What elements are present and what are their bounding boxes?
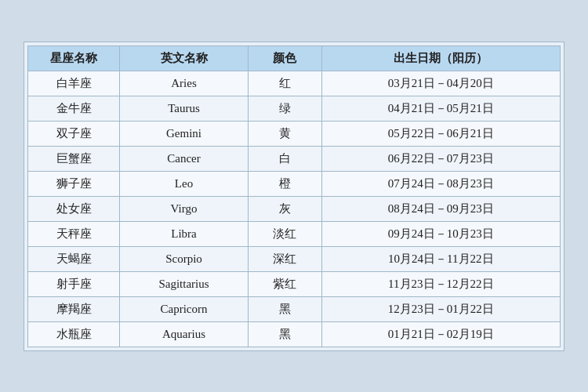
header-date: 出生日期（阳历）: [321, 45, 560, 71]
table-row: 射手座Sagittarius紫红11月23日－12月22日: [28, 271, 561, 296]
table-row: 狮子座Leo橙07月24日－08月23日: [28, 171, 561, 196]
zodiac-table-container: 星座名称 英文名称 颜色 出生日期（阳历） 白羊座Aries红03月21日－04…: [24, 42, 564, 351]
cell-color: 黄: [248, 121, 321, 146]
cell-color: 红: [248, 71, 321, 96]
cell-date: 01月21日－02月19日: [321, 321, 560, 347]
cell-chinese: 天秤座: [28, 221, 120, 246]
cell-chinese: 水瓶座: [28, 321, 120, 347]
table-row: 金牛座Taurus绿04月21日－05月21日: [28, 96, 561, 121]
cell-chinese: 摩羯座: [28, 296, 120, 321]
header-english: 英文名称: [120, 45, 249, 71]
header-color: 颜色: [248, 45, 321, 71]
cell-english: Aquarius: [120, 321, 249, 347]
cell-english: Capricorn: [120, 296, 249, 321]
table-row: 巨蟹座Cancer白06月22日－07月23日: [28, 146, 561, 171]
cell-english: Scorpio: [120, 246, 249, 271]
cell-date: 04月21日－05月21日: [321, 96, 560, 121]
cell-english: Leo: [120, 171, 249, 196]
cell-date: 09月24日－10月23日: [321, 221, 560, 246]
cell-color: 橙: [248, 171, 321, 196]
zodiac-table: 星座名称 英文名称 颜色 出生日期（阳历） 白羊座Aries红03月21日－04…: [27, 45, 561, 347]
header-chinese: 星座名称: [28, 45, 120, 71]
cell-english: Virgo: [120, 196, 249, 221]
table-row: 双子座Gemini黄05月22日－06月21日: [28, 121, 561, 146]
cell-chinese: 巨蟹座: [28, 146, 120, 171]
cell-date: 11月23日－12月22日: [321, 271, 560, 296]
cell-chinese: 狮子座: [28, 171, 120, 196]
cell-date: 08月24日－09月23日: [321, 196, 560, 221]
cell-english: Aries: [120, 71, 249, 96]
cell-color: 黑: [248, 296, 321, 321]
cell-date: 05月22日－06月21日: [321, 121, 560, 146]
table-row: 天蝎座Scorpio深红10月24日－11月22日: [28, 246, 561, 271]
table-row: 处女座Virgo灰08月24日－09月23日: [28, 196, 561, 221]
cell-color: 灰: [248, 196, 321, 221]
cell-color: 紫红: [248, 271, 321, 296]
cell-date: 03月21日－04月20日: [321, 71, 560, 96]
cell-color: 绿: [248, 96, 321, 121]
cell-chinese: 天蝎座: [28, 246, 120, 271]
table-row: 水瓶座Aquarius黑01月21日－02月19日: [28, 321, 561, 347]
cell-chinese: 金牛座: [28, 96, 120, 121]
cell-chinese: 处女座: [28, 196, 120, 221]
cell-color: 黑: [248, 321, 321, 347]
table-header-row: 星座名称 英文名称 颜色 出生日期（阳历）: [28, 45, 561, 71]
cell-chinese: 白羊座: [28, 71, 120, 96]
cell-color: 深红: [248, 246, 321, 271]
cell-english: Cancer: [120, 146, 249, 171]
table-row: 白羊座Aries红03月21日－04月20日: [28, 71, 561, 96]
cell-color: 白: [248, 146, 321, 171]
cell-date: 10月24日－11月22日: [321, 246, 560, 271]
cell-chinese: 双子座: [28, 121, 120, 146]
cell-english: Taurus: [120, 96, 249, 121]
cell-date: 12月23日－01月22日: [321, 296, 560, 321]
cell-english: Gemini: [120, 121, 249, 146]
cell-english: Libra: [120, 221, 249, 246]
cell-date: 06月22日－07月23日: [321, 146, 560, 171]
cell-date: 07月24日－08月23日: [321, 171, 560, 196]
cell-chinese: 射手座: [28, 271, 120, 296]
cell-english: Sagittarius: [120, 271, 249, 296]
table-row: 摩羯座Capricorn黑12月23日－01月22日: [28, 296, 561, 321]
table-row: 天秤座Libra淡红09月24日－10月23日: [28, 221, 561, 246]
cell-color: 淡红: [248, 221, 321, 246]
